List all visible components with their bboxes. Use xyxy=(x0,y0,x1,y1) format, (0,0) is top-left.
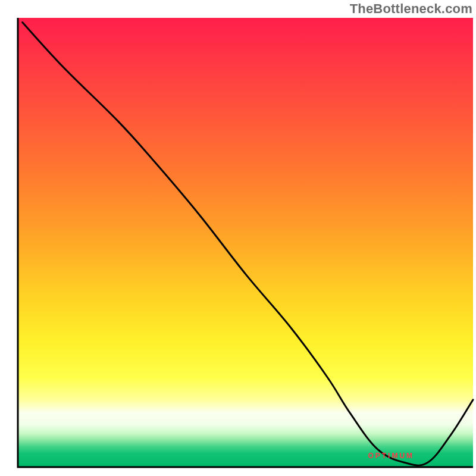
gradient-chart: OPTIMUM xyxy=(0,0,476,476)
optimum-label: OPTIMUM xyxy=(368,452,414,460)
chart-stage: TheBottleneck.com OPTIMUM xyxy=(0,0,476,476)
chart-background xyxy=(18,18,473,467)
